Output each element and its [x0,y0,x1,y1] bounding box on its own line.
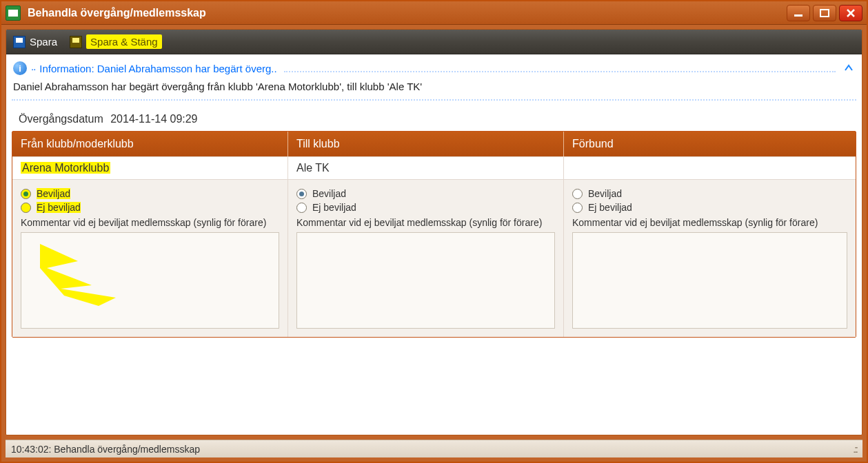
fed-rejected-label: Ej beviljad [588,202,632,213]
resize-grip[interactable]: .:: [853,444,857,455]
info-header-row: i ·· Information: Daniel Abrahamsson har… [12,59,856,79]
to-comment-textarea[interactable] [296,232,555,329]
status-bar: 10:43:02: Behandla övergång/medlemsskap … [6,440,862,457]
divider [12,99,856,101]
from-rejected-label: Ej beviljad [37,202,81,213]
collapse-button[interactable] [842,62,855,74]
grid-header: Från klubb/moderklubb Till klubb Förbund [12,132,856,156]
arrow-up-icon [844,63,854,73]
info-detail-text: Daniel Abrahamsson har begärt övergång f… [12,79,856,99]
transition-date-row: Övergångsdatum 2014-11-14 09:29 [12,113,856,131]
from-comment-label: Kommentar vid ej beviljat medlemsskap (s… [21,217,279,228]
fed-approved-label: Beviljad [588,188,622,199]
from-comment-textarea[interactable] [21,232,279,329]
save-icon [13,36,26,48]
radio-icon [21,203,31,213]
maximize-icon [819,9,830,17]
to-approved-label: Beviljad [312,188,346,199]
from-club-cell: Arena Motorklubb [12,156,288,179]
from-approved-label: Beviljad [37,188,70,199]
from-club-name: Arena Motorklubb [21,162,110,174]
titlebar: Behandla övergång/medlemsskap [1,1,867,25]
toolbar: Spara Spara & Stäng [6,30,862,54]
col-header-to: Till klubb [288,132,564,156]
radio-icon [572,203,583,213]
info-icon: i [13,61,27,75]
to-rejected-radio-row[interactable]: Ej beviljad [296,202,555,213]
save-button[interactable]: Spara [13,36,57,48]
from-approved-radio-row[interactable]: Beviljad [21,188,279,199]
transition-date-label: Övergångsdatum [19,113,103,125]
save-label: Spara [30,36,57,48]
grid-controls-row: Beviljad Ej beviljad Kommentar vid ej be… [12,179,856,337]
from-rejected-radio-row[interactable]: Ej beviljad [21,202,279,213]
radio-icon [296,189,307,199]
transfer-grid: Från klubb/moderklubb Till klubb Förbund… [12,131,856,338]
maximize-button[interactable] [813,5,836,21]
info-dotted-line [284,71,836,72]
to-club-cell: Ale TK [288,156,564,179]
radio-icon [296,203,307,213]
minimize-button[interactable] [787,5,810,21]
highlight-scribble [23,237,140,320]
fed-approved-radio-row[interactable]: Beviljad [572,188,847,199]
save-close-icon [70,36,82,48]
from-controls: Beviljad Ej beviljad Kommentar vid ej be… [12,179,288,337]
radio-icon [21,189,31,199]
close-button[interactable] [839,5,862,21]
svg-rect-0 [794,14,803,17]
minimize-icon [793,9,804,17]
radio-icon [572,189,583,199]
fed-comment-textarea[interactable] [572,232,847,329]
fed-comment-label: Kommentar vid ej beviljat medlemsskap (s… [572,217,847,228]
inner-frame: Spara Spara & Stäng i ·· Information: Da… [6,29,862,435]
save-close-button[interactable]: Spara & Stäng [70,34,162,49]
grid-club-row: Arena Motorklubb Ale TK [12,156,856,179]
info-dots: ·· [31,63,35,74]
fed-rejected-radio-row[interactable]: Ej beviljad [572,202,847,213]
close-icon [846,9,856,17]
to-controls: Beviljad Ej beviljad Kommentar vid ej be… [288,179,564,337]
svg-rect-1 [820,10,829,17]
col-header-from: Från klubb/moderklubb [12,132,288,156]
save-close-label: Spara & Stäng [86,34,162,49]
to-rejected-label: Ej beviljad [312,202,356,213]
app-window: Behandla övergång/medlemsskap Spara Spar… [0,0,868,463]
app-icon [6,6,21,21]
window-title: Behandla övergång/medlemsskap [28,7,206,19]
fed-controls: Beviljad Ej beviljad Kommentar vid ej be… [564,179,856,337]
status-text: 10:43:02: Behandla övergång/medlemsskap [11,444,200,455]
to-approved-radio-row[interactable]: Beviljad [296,188,555,199]
transition-date-value: 2014-11-14 09:29 [110,113,197,125]
to-comment-label: Kommentar vid ej beviljat medlemsskap (s… [296,217,555,228]
to-club-name: Ale TK [296,162,330,174]
fed-club-cell [564,156,856,179]
content-area: i ·· Information: Daniel Abrahamsson har… [6,54,862,435]
info-header-text: Information: Daniel Abrahamsson har begä… [39,63,276,74]
col-header-fed: Förbund [564,132,856,156]
